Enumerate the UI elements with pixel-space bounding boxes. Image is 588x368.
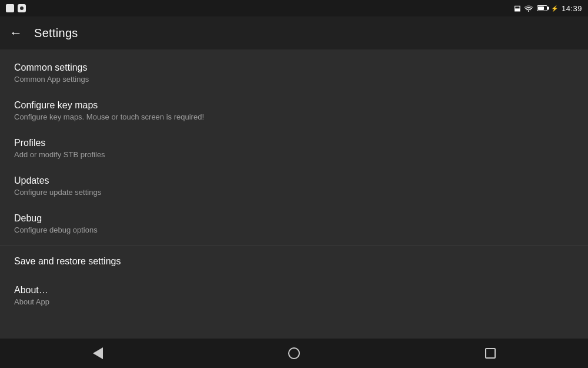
settings-item-debug[interactable]: DebugConfigure debug options: [0, 205, 588, 243]
status-bar-right-icons: ⬓ ⚡ 14:39: [514, 4, 582, 13]
settings-item-common-settings[interactable]: Common settingsCommon App settings: [0, 54, 588, 92]
settings-item-updates[interactable]: UpdatesConfigure update settings: [0, 167, 588, 205]
charging-icon: ⚡: [551, 5, 558, 12]
settings-item-subtitle-debug: Configure debug options: [14, 226, 574, 234]
bluetooth-icon: ⬓: [514, 4, 520, 12]
wifi-icon: [524, 4, 533, 12]
settings-item-title-profiles: Profiles: [14, 138, 574, 148]
back-button[interactable]: ←: [9, 26, 22, 39]
app-bar: ← Settings: [0, 16, 588, 49]
settings-item-subtitle-common-settings: Common App settings: [14, 75, 574, 84]
nav-back-button[interactable]: [93, 347, 103, 359]
settings-item-save-restore[interactable]: Save and restore settings: [0, 248, 588, 277]
settings-item-title-updates: Updates: [14, 175, 574, 186]
app-icon-2: [18, 4, 26, 12]
divider-before-save: [0, 245, 588, 246]
nav-recent-button[interactable]: [485, 348, 496, 359]
nav-bar: [0, 339, 588, 368]
nav-home-button[interactable]: [288, 347, 300, 359]
status-bar-left-icons: [6, 4, 26, 12]
settings-item-subtitle-configure-key-maps: Configure key maps. Mouse or touch scree…: [14, 112, 574, 121]
settings-list: Common settingsCommon App settingsConfig…: [0, 49, 588, 319]
status-time: 14:39: [562, 4, 582, 13]
settings-item-configure-key-maps[interactable]: Configure key mapsConfigure key maps. Mo…: [0, 92, 588, 130]
app-icon-1: [6, 4, 14, 12]
settings-item-title-save-restore: Save and restore settings: [14, 256, 574, 267]
settings-item-title-debug: Debug: [14, 213, 574, 224]
settings-item-subtitle-profiles: Add or modify STB profiles: [14, 150, 574, 159]
page-title: Settings: [34, 26, 78, 40]
settings-item-subtitle-about: About App: [14, 297, 574, 306]
status-bar: ⬓ ⚡ 14:39: [0, 0, 588, 16]
settings-item-profiles[interactable]: ProfilesAdd or modify STB profiles: [0, 130, 588, 167]
settings-item-title-common-settings: Common settings: [14, 62, 574, 73]
settings-item-title-configure-key-maps: Configure key maps: [14, 100, 574, 111]
settings-item-title-about: About…: [14, 285, 574, 296]
settings-item-about[interactable]: About…About App: [0, 277, 588, 314]
battery-icon: [537, 5, 547, 11]
settings-item-subtitle-updates: Configure update settings: [14, 188, 574, 197]
